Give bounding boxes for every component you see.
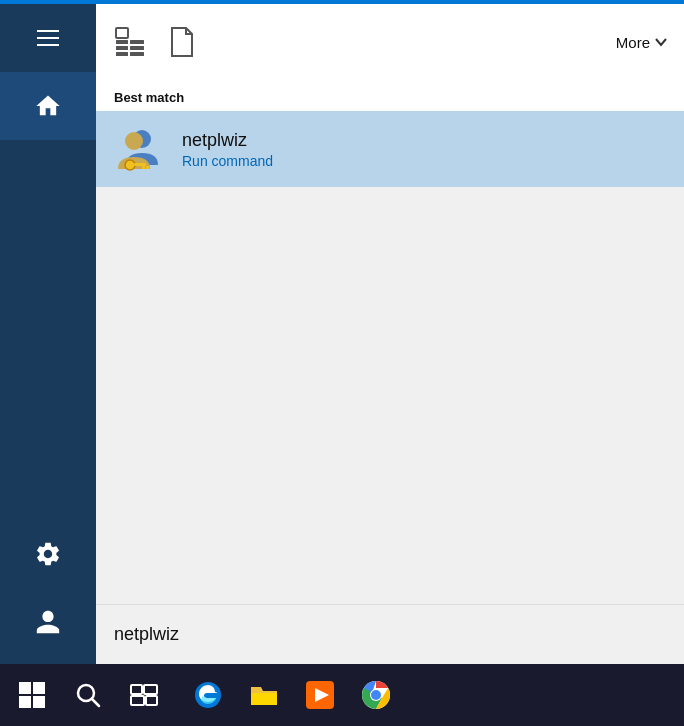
svg-rect-0 [116,28,128,38]
result-text: netplwiz Run command [182,130,273,169]
task-view-icon [130,682,158,708]
svg-rect-25 [251,693,277,705]
media-player-button[interactable] [294,669,346,721]
hamburger-icon[interactable] [37,30,59,46]
window: More Best match [0,0,684,726]
svg-rect-2 [116,46,128,50]
media-player-icon [305,680,335,710]
more-label: More [616,34,650,51]
chrome-icon [361,680,391,710]
chevron-down-icon [654,35,668,49]
file-explorer-icon [249,681,279,709]
grid-view-button[interactable] [112,24,148,60]
svg-rect-3 [116,52,128,56]
search-results: Best match [96,80,684,664]
task-view-button[interactable] [118,669,170,721]
svg-point-8 [125,132,143,150]
sidebar-item-settings[interactable] [0,520,96,588]
empty-results-area [96,187,684,604]
gear-icon [34,540,62,568]
svg-rect-16 [33,696,45,708]
best-match-label: Best match [96,80,684,111]
result-item-netplwiz[interactable]: netplwiz Run command [96,111,684,187]
svg-rect-21 [131,696,144,705]
document-button[interactable] [164,24,200,60]
svg-rect-6 [130,52,144,56]
start-button[interactable] [6,669,58,721]
sidebar [0,4,96,664]
svg-rect-11 [142,166,145,169]
top-accent-bar [0,0,684,4]
sidebar-item-home[interactable] [0,72,96,140]
svg-rect-10 [134,163,146,166]
result-subtitle: Run command [182,153,273,169]
svg-rect-13 [19,682,31,694]
windows-logo-icon [18,681,46,709]
svg-rect-19 [131,685,142,694]
svg-point-9 [125,160,135,170]
svg-rect-14 [33,682,45,694]
svg-rect-12 [146,166,149,169]
netplwiz-icon [112,121,168,177]
svg-point-30 [371,690,381,700]
edge-icon [193,680,223,710]
taskbar [0,664,684,726]
svg-rect-22 [146,696,157,705]
svg-rect-4 [130,40,144,44]
result-title: netplwiz [182,130,273,151]
user-icon [34,608,62,636]
netplwiz-icon-svg [112,121,168,177]
document-icon [168,26,196,58]
home-icon [34,92,62,120]
taskbar-search-button[interactable] [62,669,114,721]
svg-line-18 [92,699,99,706]
edge-button[interactable] [182,669,234,721]
sidebar-menu-button[interactable] [0,4,96,72]
chrome-button[interactable] [350,669,402,721]
search-bar[interactable]: netplwiz [96,604,684,664]
grid-view-icon [114,26,146,58]
svg-rect-20 [144,685,157,694]
svg-rect-1 [116,40,128,44]
content-area: More Best match [96,4,684,664]
toolbar: More [96,4,684,80]
search-query-text: netplwiz [114,624,179,645]
search-icon [75,682,101,708]
svg-rect-15 [19,696,31,708]
sidebar-item-user[interactable] [0,588,96,656]
svg-rect-5 [130,46,144,50]
main-area: More Best match [0,4,684,664]
file-explorer-button[interactable] [238,669,290,721]
more-button[interactable]: More [616,34,668,51]
